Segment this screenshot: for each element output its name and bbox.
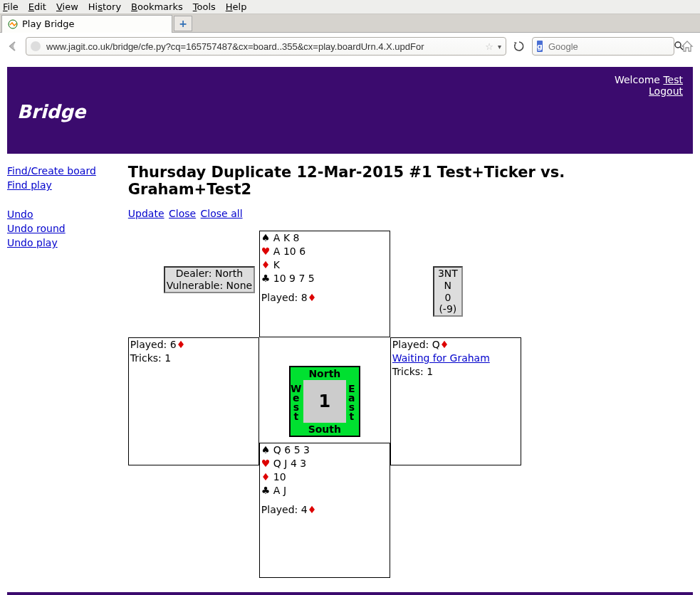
- footer: Powered by CFE © 2015 Jaguar Software Lt…: [7, 592, 693, 595]
- page: Welcome Test Logout Bridge Find/Create b…: [0, 60, 700, 595]
- hand-west: Played: 6 Tricks: 1: [128, 337, 259, 465]
- menu-file[interactable]: File: [3, 1, 19, 12]
- south-played-card: 4: [301, 504, 308, 515]
- menu-help[interactable]: Help: [226, 1, 247, 12]
- new-tab-button[interactable]: +: [174, 16, 192, 31]
- south-spades: Q 6 5 3: [273, 444, 310, 456]
- heart-icon: [261, 246, 271, 257]
- logout-link[interactable]: Logout: [649, 85, 683, 97]
- content: Find/Create board Find play Undo Undo ro…: [7, 154, 693, 586]
- deal-info-box: Dealer: North Vulnerable: None: [164, 266, 255, 293]
- sidebar-find-create-board[interactable]: Find/Create board: [7, 165, 96, 177]
- browser-menubar: File Edit View History Bookmarks Tools H…: [0, 0, 700, 14]
- menu-tools[interactable]: Tools: [193, 1, 216, 12]
- compass-west: West: [292, 380, 302, 423]
- east-played-card: Q: [432, 339, 440, 350]
- west-played-card: 6: [170, 339, 177, 350]
- east-played-label: Played:: [392, 339, 432, 350]
- menu-bookmarks[interactable]: Bookmarks: [131, 1, 183, 12]
- board-number: 1: [303, 380, 346, 423]
- east-tricks: Tricks: 1: [392, 365, 519, 379]
- hand-east: Played: Q Waiting for Graham Tricks: 1: [390, 337, 521, 465]
- menu-view[interactable]: View: [56, 1, 78, 12]
- heart-icon: [261, 458, 271, 469]
- sidebar-find-play[interactable]: Find play: [7, 179, 52, 191]
- search-input[interactable]: [547, 41, 669, 53]
- user-link[interactable]: Test: [663, 74, 683, 85]
- bookmark-star-icon[interactable]: ☆: [485, 41, 493, 52]
- contract-box: 3NT N 0 (-9): [433, 266, 463, 317]
- diamond-icon: [261, 471, 271, 483]
- south-diamonds: 10: [273, 471, 286, 483]
- vulnerable-text: Vulnerable: None: [167, 280, 252, 292]
- diamond-icon: [308, 292, 317, 303]
- club-icon: [261, 273, 271, 284]
- spade-icon: [261, 232, 271, 243]
- north-hearts: A 10 6: [273, 246, 305, 257]
- tab-title: Play Bridge: [22, 19, 75, 29]
- tab-favicon: [8, 19, 18, 29]
- browser-toolbar: ☆ ▾ g: [0, 33, 700, 60]
- contract-line1: 3NT N: [436, 268, 460, 292]
- diamond-icon: [177, 339, 186, 350]
- search-bar[interactable]: g: [532, 37, 674, 56]
- sidebar: Find/Create board Find play Undo Undo ro…: [7, 164, 114, 586]
- welcome-text: Welcome: [615, 74, 664, 85]
- search-engine-icon: g: [537, 41, 543, 52]
- diamond-icon: [440, 339, 449, 350]
- main: Thursday Duplicate 12-Mar-2015 #1 Test+T…: [128, 164, 693, 586]
- home-button[interactable]: [679, 38, 696, 55]
- menu-edit[interactable]: Edit: [28, 1, 46, 12]
- compass-north: North: [291, 368, 359, 379]
- west-tricks: Tricks: 1: [130, 352, 257, 365]
- welcome-block: Welcome Test Logout: [615, 74, 683, 97]
- url-input[interactable]: [45, 41, 481, 53]
- south-hearts: Q J 4 3: [273, 458, 306, 469]
- address-bar[interactable]: ☆ ▾: [26, 37, 506, 56]
- browser-tabbar: Play Bridge +: [0, 14, 700, 33]
- url-dropdown-icon[interactable]: ▾: [498, 43, 501, 51]
- north-spades: A K 8: [273, 232, 300, 243]
- page-heading: Thursday Duplicate 12-Mar-2015 #1 Test+T…: [128, 164, 693, 198]
- north-played-label: Played:: [261, 292, 301, 303]
- hand-south: Q 6 5 3 Q J 4 3 10 A J Played: 4: [259, 443, 390, 578]
- spade-icon: [261, 444, 271, 456]
- action-update[interactable]: Update: [128, 208, 164, 219]
- compass: North South West East 1: [289, 366, 360, 437]
- action-close-all[interactable]: Close all: [201, 208, 243, 219]
- south-clubs: A J: [273, 485, 286, 496]
- bridge-table: Dealer: North Vulnerable: None 3NT N 0 (…: [128, 231, 655, 586]
- sidebar-undo[interactable]: Undo: [7, 209, 33, 220]
- dealer-text: Dealer: North: [167, 268, 252, 280]
- site-title: Bridge: [17, 101, 681, 122]
- diamond-icon: [308, 504, 317, 515]
- contract-line2: 0 (-9): [436, 292, 460, 316]
- diamond-icon: [261, 259, 271, 270]
- north-clubs: 10 9 7 5: [273, 273, 315, 284]
- browser-tab[interactable]: Play Bridge: [1, 15, 172, 33]
- banner: Welcome Test Logout Bridge: [7, 67, 693, 154]
- actions: Update Close Close all: [128, 208, 693, 219]
- url-favicon: [31, 41, 41, 51]
- back-button[interactable]: [4, 38, 21, 55]
- south-played-label: Played:: [261, 504, 301, 515]
- sidebar-undo-play[interactable]: Undo play: [7, 237, 58, 248]
- north-played-card: 8: [301, 292, 308, 303]
- compass-south: South: [291, 423, 359, 435]
- west-played-label: Played:: [130, 339, 170, 350]
- sidebar-undo-round[interactable]: Undo round: [7, 223, 66, 234]
- hand-north: A K 8 A 10 6 K 10 9 7 5 Played: 8: [259, 231, 390, 337]
- compass-east: East: [348, 380, 357, 423]
- menu-history[interactable]: History: [88, 1, 121, 12]
- reload-button[interactable]: [511, 38, 528, 55]
- north-diamonds: K: [273, 259, 280, 270]
- waiting-text: Waiting for Graham: [392, 352, 519, 365]
- club-icon: [261, 485, 271, 496]
- action-close[interactable]: Close: [169, 208, 196, 219]
